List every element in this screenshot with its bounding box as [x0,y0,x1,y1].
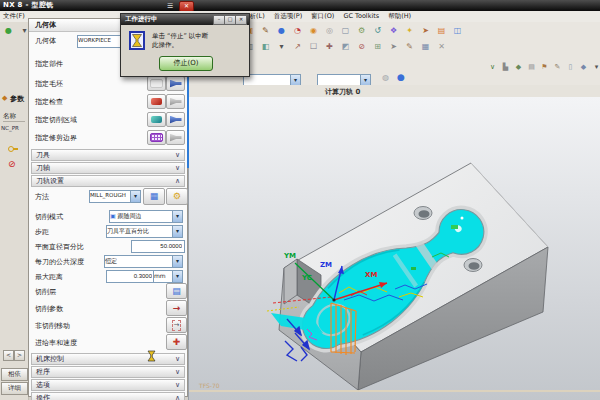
new-method-button[interactable]: ⚙ [166,188,188,205]
list-icon[interactable]: ▤ [526,61,537,73]
clear-icon[interactable]: ✕ [435,41,448,53]
navigator-tree-item[interactable]: NC_PR [1,125,19,131]
progress-message-line2: 此操作。 [152,41,208,50]
box-icon[interactable]: ▢ [339,25,352,37]
shade-icon[interactable]: ◧ [259,41,272,53]
percent-diameter-input[interactable] [131,240,185,253]
window-icon[interactable]: ◫ [451,25,464,37]
panel-resize-highlight[interactable] [187,75,189,168]
more-icon[interactable]: ▾ [591,61,600,73]
corner-icon[interactable]: ▙ [500,61,511,73]
dot-icon[interactable]: ◍ [382,73,389,82]
sphere-display-icon[interactable]: ● [397,72,405,82]
diamond2-icon[interactable]: ◆ [578,61,589,73]
menu-preferences[interactable]: 首选项(P) [274,12,303,21]
cursor-icon[interactable]: ➤ [387,41,400,53]
check-body-icon [151,98,162,105]
select-cut-area-button[interactable] [147,112,166,127]
chevron-down-icon: ∨ [175,150,180,160]
non-cutting-moves-button[interactable]: → [166,317,187,333]
cut-levels-button[interactable]: ▤ [166,283,187,299]
flag-icon[interactable]: ⚑ [539,61,550,73]
specify-check-label: 指定检查 [35,97,63,107]
method-label: 方法 [35,192,49,202]
section-program[interactable]: 程序∨ [31,366,185,378]
cut-pattern-combo[interactable]: ▣ 跟随周边 [109,210,183,223]
geometry-label: 几何体 [35,36,56,46]
pattern-icon[interactable]: ❖ [387,25,400,37]
display-check-button[interactable] [166,94,185,109]
menu-file[interactable]: 文件(F) [3,12,25,21]
edit-icon[interactable]: ✎ [259,25,272,37]
graphics-viewport[interactable]: YM YC ZM XM TFS-70 [188,97,600,400]
menu-window[interactable]: 窗口(O) [311,12,334,21]
select-check-button[interactable] [147,94,166,109]
chevron-down-icon: ∨ [175,354,180,364]
refresh-icon[interactable]: ↺ [371,25,384,37]
edit-method-button[interactable]: ▦ [143,188,165,205]
max-distance-input[interactable] [106,270,155,283]
layers-icon[interactable]: ▤ [435,25,448,37]
panel-icon[interactable]: ▯ [565,61,576,73]
close-button[interactable]: ✕ [235,15,247,25]
display-cut-area-button[interactable] [166,112,185,127]
stop-button[interactable]: 停止(O) [159,56,213,71]
cutting-params-button[interactable]: → [166,300,187,316]
crosshair-icon[interactable]: ✚ [323,41,336,53]
select-blank-button[interactable] [147,76,166,91]
edit-small-icon[interactable]: ✎ [552,61,563,73]
sphere-icon[interactable]: ● [275,25,288,37]
section-icon[interactable]: ◩ [339,41,352,53]
stepover-arrow[interactable] [172,226,182,237]
diamond-icon[interactable]: ◆ [513,61,524,73]
no-selection-icon[interactable]: ⊘ [355,41,368,53]
section-machine-control[interactable]: 机床控制∨ [31,353,185,365]
tab-details[interactable]: 详细 [1,382,28,395]
select-trim-button[interactable] [147,130,166,145]
display-trim-button[interactable] [166,130,185,145]
section-actions[interactable]: 操作∧ [31,392,185,400]
depth-per-cut-combo[interactable]: 恒定 [104,255,183,268]
max-distance-unit-combo[interactable]: mm [153,270,183,283]
tab-dependencies[interactable]: 相依 [1,368,28,381]
cutting-params-label: 切削参数 [35,304,63,314]
arrow-right-icon: → [173,304,181,313]
unit-arrow[interactable] [172,271,182,282]
section-path-settings[interactable]: 刀轨设置∧ [31,175,185,187]
arrow-icon[interactable]: ➤ [419,25,432,37]
verify-icon[interactable]: ∨ [487,61,498,73]
snap-grid-icon[interactable]: ⊞ [371,41,384,53]
flashlight-icon [170,80,182,88]
mesh-icon[interactable]: ▦ [419,41,432,53]
dropdown-arrow-icon[interactable]: ▾ [275,41,288,53]
ball-icon[interactable]: ◉ [307,25,320,37]
cut-area-icon [151,116,162,123]
method-combo-arrow[interactable] [130,191,140,202]
navigator-name-header[interactable]: 名称 [3,112,25,122]
vector-icon[interactable]: ↗ [291,41,304,53]
spark-icon[interactable]: ✦ [403,25,416,37]
wrench-icon: ⚙ [173,192,181,201]
nav-prev-button[interactable]: < [3,350,14,361]
section-tool[interactable]: 刀具∨ [31,149,185,161]
menu-gc-toolkits[interactable]: GC Toolkits [343,12,379,21]
specify-part-label: 指定部件 [35,59,63,69]
section-tool-axis[interactable]: 刀轴∨ [31,162,185,174]
select-box-icon[interactable]: ☐ [307,41,320,53]
section-options[interactable]: 选项∨ [31,379,185,391]
toolbar-row-main: ▣✎●◔◉◎▢⚙↺❖✦➤▤◫ [243,25,467,37]
stepover-combo[interactable]: 刀具平直百分比 [106,225,183,238]
display-blank-button[interactable] [166,76,185,91]
start-point-icon[interactable]: ● [2,25,15,37]
nav-next-button[interactable]: > [14,350,25,361]
gear-icon[interactable]: ⚙ [355,25,368,37]
feeds-speeds-button[interactable]: ✚ [166,334,187,350]
revolve-icon[interactable]: ◔ [291,25,304,37]
hourglass-cursor-icon [147,350,156,362]
menu-help[interactable]: 帮助(H) [388,12,411,21]
circle-icon[interactable]: ◎ [323,25,336,37]
cut-pattern-arrow[interactable] [172,211,182,222]
annotate-icon[interactable]: ✎ [403,41,416,53]
depth-arrow[interactable] [172,256,182,267]
method-combo[interactable]: MILL_ROUGH [89,190,141,203]
